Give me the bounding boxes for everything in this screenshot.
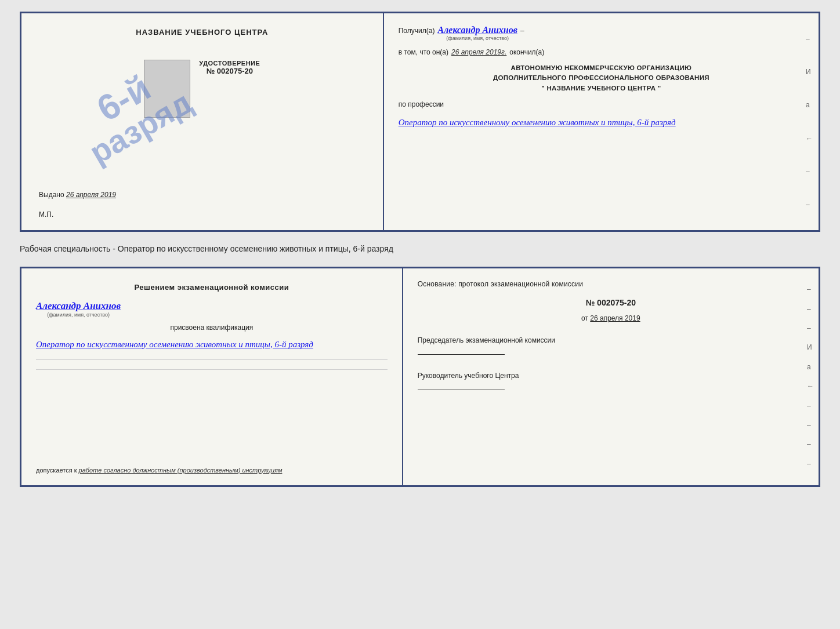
- v-tom-label: в том, что он(а): [399, 48, 448, 56]
- chairman-signature-line: [418, 354, 505, 355]
- top-certificate-spread: НАЗВАНИЕ УЧЕБНОГО ЦЕНТРА 6-й разряд УДОС…: [20, 12, 820, 232]
- poluchil-label: Получил(а): [399, 27, 435, 35]
- okончил-label: окончил(а): [509, 48, 544, 56]
- dash-after-name: –: [520, 27, 524, 35]
- name-large-bottom: Александр Анихнов: [36, 300, 121, 312]
- v-tom-date: 26 апреля 2019г.: [451, 48, 506, 56]
- fio-subtitle-top: (фамилия, имя, отчество): [446, 35, 509, 41]
- separator-line-bottom2: [36, 369, 388, 370]
- bdash-r9: –: [807, 440, 814, 448]
- professiya-text-top: Оператор по искусственному осеменению жи…: [399, 115, 804, 129]
- dash-r3: а: [806, 101, 813, 109]
- bottom-certificate-spread: Решением экзаменационной комиссии Алекса…: [20, 267, 820, 487]
- osnovanie-line: Основание: протокол экзаменационной коми…: [418, 280, 804, 288]
- professiya-value-top: Оператор по искусственному осеменению жи…: [399, 118, 676, 127]
- poluchil-name: Александр Анихнов: [437, 25, 517, 35]
- kvalif-value: Оператор по искусственному осеменению жи…: [36, 340, 313, 349]
- poluchil-line: Получил(а) Александр Анихнов (фамилия, и…: [399, 25, 804, 41]
- name-block-bottom: Александр Анихнов (фамилия, имя, отчеств…: [36, 300, 388, 318]
- protocol-number: № 002075-20: [418, 298, 804, 307]
- rukovoditel-title: Руководитель учебного Центра: [418, 370, 804, 381]
- dopuskaetsya-label: допускается к: [36, 467, 77, 474]
- cert-left-title: НАЗВАНИЕ УЧЕБНОГО ЦЕНТРА: [136, 28, 268, 37]
- dash-r2: И: [806, 68, 813, 76]
- bdash-r3: –: [807, 324, 814, 332]
- bdash-r1: –: [807, 285, 814, 293]
- bottom-left-panel: Решением экзаменационной комиссии Алекса…: [21, 268, 403, 485]
- org-line3: " НАЗВАНИЕ УЧЕБНОГО ЦЕНТРА ": [399, 83, 804, 93]
- dash-r4: ←: [806, 134, 813, 143]
- bdash-r8: –: [807, 421, 814, 429]
- cert-left-panel: НАЗВАНИЕ УЧЕБНОГО ЦЕНТРА 6-й разряд УДОС…: [21, 13, 384, 230]
- fio-small-bottom: (фамилия, имя, отчество): [36, 312, 121, 318]
- udostoverenie-title: УДОСТОВЕРЕНИЕ: [199, 60, 260, 67]
- prisvoena-label: присвоена квалификация: [36, 323, 388, 332]
- bdash-r6: ←: [807, 382, 814, 390]
- org-line2: ДОПОЛНИТЕЛЬНОГО ПРОФЕССИОНАЛЬНОГО ОБРАЗО…: [399, 73, 804, 83]
- kvalif-text: Оператор по искусственному осеменению жи…: [36, 337, 388, 352]
- bdash-r7: –: [807, 402, 814, 410]
- name-container-bottom: Александр Анихнов (фамилия, имя, отчеств…: [36, 300, 121, 318]
- vydano-label: Выдано: [39, 191, 64, 199]
- vydano-date: 26 апреля 2019: [66, 191, 116, 199]
- bdash-r10: –: [807, 460, 814, 468]
- dash-r5: –: [806, 168, 813, 176]
- side-dashes-right-bottom: – – – И а ← – – – –: [807, 268, 814, 485]
- poluchil-name-container: Александр Анихнов (фамилия, имя, отчеств…: [437, 25, 517, 41]
- caption-text: Рабочая специальность - Оператор по иску…: [20, 241, 820, 258]
- udostoverenie-number: № 002075-20: [199, 67, 260, 75]
- dash-r6: –: [806, 201, 813, 209]
- vydano-block: Выдано 26 апреля 2019: [33, 191, 116, 199]
- v-tom-line: в том, что он(а) 26 апреля 2019г. окончи…: [399, 48, 804, 56]
- resheniem-title: Решением экзаменационной комиссии: [36, 283, 388, 292]
- bdash-r4: И: [807, 343, 814, 351]
- dash-r1: –: [806, 35, 813, 43]
- po-professii-label: по профессии: [399, 100, 804, 108]
- bottom-right-panel: Основание: протокол экзаменационной коми…: [403, 268, 819, 485]
- cert-right-panel: Получил(а) Александр Анихнов (фамилия, и…: [384, 13, 819, 230]
- mp-label: М.П.: [33, 210, 53, 219]
- org-line1: АВТОНОМНУЮ НЕКОММЕРЧЕСКУЮ ОРГАНИЗАЦИЮ: [399, 63, 804, 73]
- dopuskaetsya-block: допускается к работе согласно должностны…: [36, 467, 388, 474]
- right-side-dashes: – И а ← – –: [806, 13, 813, 230]
- ot-date: 26 апреля 2019: [590, 314, 640, 322]
- chairman-title: Председатель экзаменационной комиссии: [418, 335, 804, 346]
- org-block: АВТОНОМНУЮ НЕКОММЕРЧЕСКУЮ ОРГАНИЗАЦИЮ ДО…: [399, 63, 804, 93]
- photo-placeholder: [144, 60, 190, 118]
- ot-label: от: [581, 314, 588, 322]
- document-container: НАЗВАНИЕ УЧЕБНОГО ЦЕНТРА 6-й разряд УДОС…: [20, 12, 820, 487]
- dopuskaetsya-value: работе согласно должностным (производств…: [79, 467, 283, 474]
- bdash-r5: а: [807, 363, 814, 371]
- separator-line-bottom: [36, 359, 388, 360]
- ot-line: от 26 апреля 2019: [418, 314, 804, 322]
- rukovoditel-block: Руководитель учебного Центра: [418, 370, 804, 393]
- bdash-r2: –: [807, 305, 814, 313]
- udostoverenie-block: УДОСТОВЕРЕНИЕ № 002075-20: [199, 60, 260, 75]
- rukovoditel-signature-line: [418, 390, 505, 390]
- chairman-block: Председатель экзаменационной комиссии: [418, 335, 804, 358]
